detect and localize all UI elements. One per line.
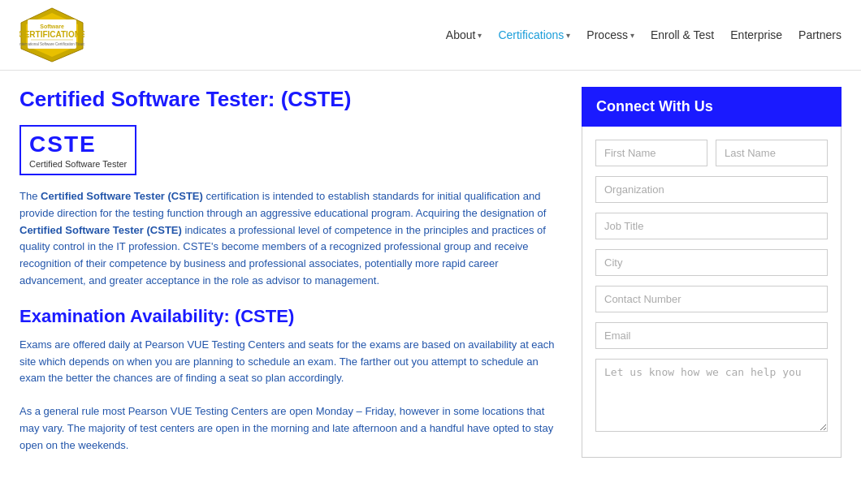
nav-process-label: Process — [586, 28, 628, 41]
first-name-input[interactable] — [595, 140, 707, 166]
logo[interactable]: Software CERTIFICATIONS International So… — [19, 6, 84, 63]
connect-form — [582, 127, 842, 458]
exam-title: Examination Availability: (CSTE) — [19, 306, 557, 327]
city-input[interactable] — [595, 249, 828, 276]
svg-text:CERTIFICATIONS: CERTIFICATIONS — [19, 30, 84, 39]
email-input[interactable] — [595, 322, 828, 349]
cste-acronym: CSTE — [29, 131, 127, 157]
contact-number-field — [595, 286, 828, 312]
nav-enroll-test[interactable]: Enroll & Test — [651, 28, 714, 41]
svg-text:Software: Software — [40, 24, 64, 29]
left-content: Certified Software Tester: (CSTE) CSTE C… — [19, 87, 582, 471]
nav-partners[interactable]: Partners — [798, 28, 842, 41]
exam-paragraph-2: As a general rule most Pearson VUE Testi… — [19, 403, 557, 454]
nav-certifications-label: Certifications — [498, 28, 564, 41]
logo-icon: Software CERTIFICATIONS International So… — [19, 6, 84, 63]
header: Software CERTIFICATIONS International So… — [0, 0, 861, 71]
message-textarea[interactable] — [595, 359, 828, 432]
main-layout: Certified Software Tester: (CSTE) CSTE C… — [0, 71, 861, 487]
page-title: Certified Software Tester: (CSTE) — [19, 87, 557, 112]
nav-process[interactable]: Process ▾ — [586, 28, 634, 41]
nav-certifications[interactable]: Certifications ▾ — [498, 28, 570, 41]
nav-enterprise-label: Enterprise — [730, 28, 782, 41]
job-title-field — [595, 213, 828, 239]
organization-field — [595, 176, 828, 203]
svg-text:International Software Certifi: International Software Certification Boa… — [19, 42, 84, 46]
chevron-down-icon: ▾ — [566, 31, 570, 40]
chevron-down-icon: ▾ — [630, 31, 634, 40]
chevron-down-icon: ▾ — [478, 31, 482, 40]
cste-subtitle: Certified Software Tester — [29, 159, 127, 169]
nav-enroll-label: Enroll & Test — [651, 28, 714, 41]
contact-number-input[interactable] — [595, 286, 828, 312]
nav-partners-label: Partners — [798, 28, 842, 41]
exam-paragraph-1: Exams are offered daily at Pearson VUE T… — [19, 337, 557, 387]
name-row — [595, 140, 828, 166]
nav-about-label: About — [446, 28, 476, 41]
right-sidebar: Connect With Us — [582, 87, 842, 471]
cste-badge: CSTE Certified Software Tester — [19, 125, 136, 175]
email-field — [595, 322, 828, 349]
message-field — [595, 359, 828, 434]
city-field — [595, 249, 828, 276]
nav-enterprise[interactable]: Enterprise — [730, 28, 782, 41]
job-title-input[interactable] — [595, 213, 828, 239]
main-nav: About ▾ Certifications ▾ Process ▾ Enrol… — [446, 28, 842, 41]
intro-paragraph: The Certified Software Tester (CSTE) cer… — [19, 188, 557, 290]
nav-about[interactable]: About ▾ — [446, 28, 482, 41]
connect-header: Connect With Us — [582, 87, 842, 127]
last-name-input[interactable] — [716, 140, 828, 166]
organization-input[interactable] — [595, 176, 828, 203]
